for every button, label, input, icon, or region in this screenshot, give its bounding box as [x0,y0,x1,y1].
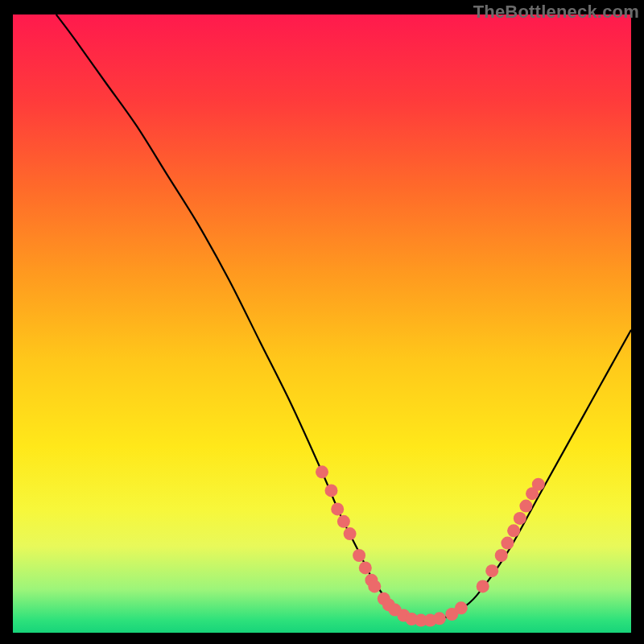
marker-dot [501,537,514,550]
marker-dot [433,612,446,625]
marker-dot [455,601,468,614]
marker-dot [316,465,328,478]
marker-dot [485,564,498,577]
chart-svg [13,14,631,633]
marker-dot [325,484,338,497]
curve-path [56,14,631,621]
marker-dot [359,561,372,574]
marker-dot [477,580,489,592]
marker-layer [316,465,545,626]
marker-dot [344,527,357,540]
marker-dot [337,515,350,528]
marker-dot [507,524,520,537]
marker-dot [532,478,545,491]
marker-dot [519,500,532,513]
chart-frame: TheBottleneck.com [0,0,644,644]
marker-dot [331,502,344,515]
watermark-text: TheBottleneck.com [473,2,639,23]
marker-dot [495,549,508,562]
marker-dot [368,580,381,592]
plot-area [13,14,631,633]
marker-dot [514,512,526,525]
marker-dot [353,549,365,562]
